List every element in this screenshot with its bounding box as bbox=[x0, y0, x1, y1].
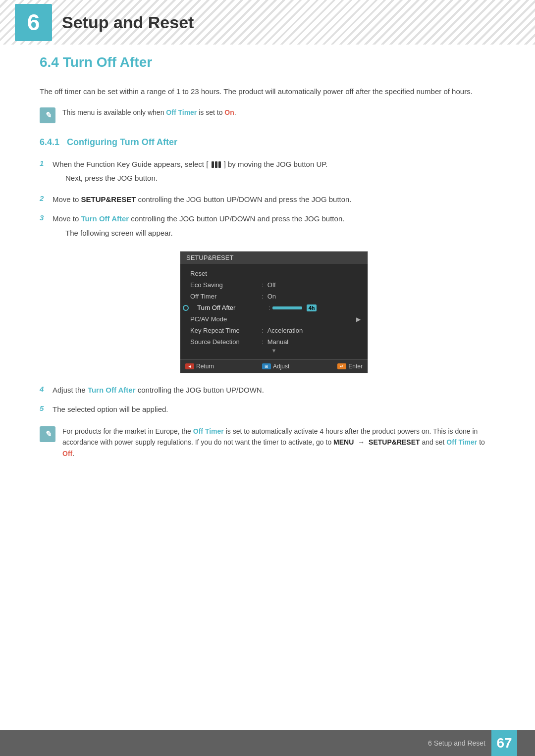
footer-page-number: 67 bbox=[491, 730, 517, 756]
subsection-title: 6.4.1 Configuring Turn Off After bbox=[40, 137, 495, 148]
step-1: 1 When the Function Key Guide appears, s… bbox=[40, 158, 495, 187]
steps-list: 1 When the Function Key Guide appears, s… bbox=[40, 158, 495, 242]
step-5: 5 The selected option will be applied. bbox=[40, 403, 495, 416]
screenshot: SETUP&RESET Reset Eco Saving : Off Off T bbox=[180, 251, 368, 373]
ss-row-turn-off-after: Turn Off After : 4h bbox=[180, 302, 368, 313]
note-icon-2: ✎ bbox=[40, 426, 55, 442]
ss-row-off-timer: Off Timer : On bbox=[180, 291, 368, 302]
menu-icon bbox=[212, 161, 221, 168]
enter-icon: ↵ bbox=[337, 363, 346, 369]
ss-row-eco: Eco Saving : Off bbox=[180, 279, 368, 291]
ss-row-reset: Reset bbox=[180, 268, 368, 279]
note-box-2: ✎ For products for the market in Europe,… bbox=[40, 426, 495, 459]
step-3-sub: The following screen will appear. bbox=[65, 227, 344, 240]
footer-adjust: ⊞ Adjust bbox=[262, 363, 289, 370]
screenshot-container: SETUP&RESET Reset Eco Saving : Off Off T bbox=[53, 251, 495, 373]
header-block: 6 Setup and Reset bbox=[0, 0, 535, 45]
note-text-2: For products for the market in Europe, t… bbox=[62, 426, 495, 459]
scroll-indicator: ▼ bbox=[180, 348, 368, 355]
ss-row-source-detection: Source Detection : Manual bbox=[180, 336, 368, 348]
page-container: 6 Setup and Reset 6.4 Turn Off After The… bbox=[0, 0, 535, 756]
note-text-1: This menu is available only when Off Tim… bbox=[62, 107, 236, 118]
steps-list-after: 4 Adjust the Turn Off After controlling … bbox=[40, 384, 495, 416]
step-3: 3 Move to Turn Off After controlling the… bbox=[40, 213, 495, 242]
step-4: 4 Adjust the Turn Off After controlling … bbox=[40, 384, 495, 397]
step-1-sub: Next, press the JOG button. bbox=[65, 172, 328, 185]
footer-label: 6 Setup and Reset bbox=[428, 739, 485, 747]
section-name: Turn Off After bbox=[63, 54, 152, 70]
footer-return: ◄ Return bbox=[185, 363, 214, 370]
adjust-icon: ⊞ bbox=[262, 363, 271, 369]
page-footer: 6 Setup and Reset 67 bbox=[0, 730, 535, 756]
gear-icon bbox=[183, 305, 189, 311]
intro-paragraph: The off timer can be set within a range … bbox=[40, 85, 495, 98]
return-icon: ◄ bbox=[185, 363, 194, 369]
ss-row-pcav: PC/AV Mode ▶ bbox=[180, 313, 368, 325]
main-content: 6.4 Turn Off After The off timer can be … bbox=[0, 0, 535, 512]
note-box-1: ✎ This menu is available only when Off T… bbox=[40, 107, 495, 123]
section-number: 6.4 bbox=[40, 54, 59, 70]
chapter-number-box: 6 bbox=[15, 4, 52, 41]
arrow-right-icon: ▶ bbox=[356, 316, 361, 323]
step-2: 2 Move to SETUP&RESET controlling the JO… bbox=[40, 194, 495, 206]
ss-header: SETUP&RESET bbox=[180, 252, 368, 264]
slider-track bbox=[272, 306, 302, 309]
ss-body: Reset Eco Saving : Off Off Timer : On bbox=[180, 264, 368, 359]
ss-row-key-repeat: Key Repeat Time : Acceleration bbox=[180, 325, 368, 336]
chapter-title: Setup and Reset bbox=[62, 13, 194, 32]
note-icon-1: ✎ bbox=[40, 107, 55, 123]
ss-footer: ◄ Return ⊞ Adjust ↵ Enter bbox=[180, 359, 368, 373]
chapter-number: 6 bbox=[27, 11, 40, 34]
footer-enter: ↵ Enter bbox=[337, 363, 363, 370]
section-title: 6.4 Turn Off After bbox=[40, 54, 495, 70]
